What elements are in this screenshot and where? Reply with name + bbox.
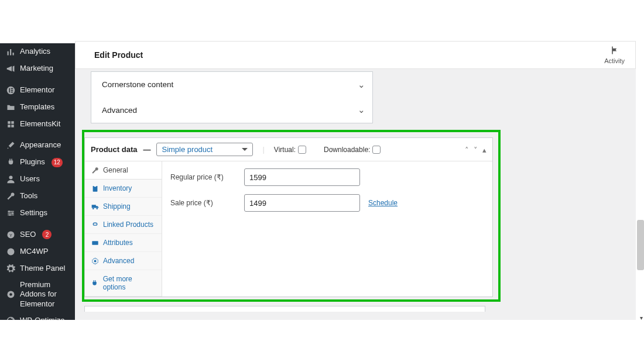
svg-point-8 bbox=[9, 176, 12, 180]
svg-point-10 bbox=[12, 212, 13, 214]
sidebar-item-label: Tools bbox=[20, 191, 37, 201]
next-panel-top bbox=[84, 306, 485, 312]
product-data-highlight: Product data — Simple product | Virtual:… bbox=[82, 130, 501, 302]
separator: — bbox=[143, 145, 150, 154]
scrollbar-down-arrow[interactable]: ▾ bbox=[640, 315, 643, 321]
sidebar-item-label: Elementor bbox=[20, 85, 54, 95]
svg-rect-18 bbox=[93, 185, 97, 191]
tab-label: Shipping bbox=[103, 202, 131, 211]
downloadable-checkbox-wrap[interactable]: Downloadable: bbox=[324, 146, 381, 154]
downloadable-checkbox[interactable] bbox=[372, 146, 381, 154]
tab-label: Inventory bbox=[103, 184, 132, 192]
product-data-header: Product data — Simple product | Virtual:… bbox=[85, 138, 492, 161]
scrollbar-thumb[interactable] bbox=[637, 220, 644, 270]
move-up-icon[interactable]: ˄ bbox=[465, 145, 469, 154]
accordion-advanced[interactable]: Advanced ⌄ bbox=[91, 97, 373, 123]
sidebar-item-label: Users bbox=[20, 174, 40, 184]
sidebar-item-marketing[interactable]: Marketing bbox=[0, 60, 75, 77]
sidebar-item-elementskit[interactable]: ElementsKit bbox=[0, 116, 75, 133]
sidebar-item-label: Premium Addons for Elementor bbox=[20, 280, 70, 310]
tab-inventory[interactable]: Inventory bbox=[85, 180, 162, 198]
sidebar-item-plugins[interactable]: Plugins 12 bbox=[0, 154, 75, 171]
tab-label: Advanced bbox=[103, 257, 134, 265]
tab-get-more-options[interactable]: Get more options bbox=[85, 270, 162, 297]
svg-rect-4 bbox=[9, 88, 10, 92]
virtual-checkbox-wrap[interactable]: Virtual: bbox=[274, 146, 306, 154]
mc4wp-icon bbox=[6, 247, 15, 256]
chevron-down-icon: ⌄ bbox=[358, 80, 365, 90]
svg-rect-7 bbox=[11, 91, 13, 92]
sidebar-item-label: Templates bbox=[20, 102, 54, 112]
tab-label: Get more options bbox=[103, 275, 156, 291]
product-data-panel: Product data — Simple product | Virtual:… bbox=[84, 137, 493, 297]
move-down-icon[interactable]: ˅ bbox=[474, 145, 478, 154]
clipboard-icon bbox=[91, 184, 99, 192]
regular-price-label: Regular price (₹) bbox=[170, 173, 236, 181]
svg-rect-22 bbox=[92, 241, 98, 245]
brush-icon bbox=[6, 141, 15, 150]
accordion-label: Advanced bbox=[102, 106, 137, 115]
sidebar-item-elementor[interactable]: Elementor bbox=[0, 82, 75, 99]
gear-icon bbox=[91, 257, 99, 265]
tab-label: General bbox=[103, 166, 128, 174]
tab-attributes[interactable]: Attributes bbox=[85, 234, 162, 252]
sidebar-item-users[interactable]: Users bbox=[0, 171, 75, 188]
svg-rect-1 bbox=[10, 49, 11, 56]
sidebar-item-label: Theme Panel bbox=[20, 264, 65, 274]
page-title: Edit Product bbox=[94, 50, 143, 60]
megaphone-icon bbox=[6, 64, 15, 73]
svg-point-14 bbox=[7, 248, 14, 255]
product-data-label: Product data bbox=[91, 145, 137, 154]
svg-point-11 bbox=[9, 214, 11, 216]
sidebar-item-templates[interactable]: Templates bbox=[0, 99, 75, 116]
tab-advanced[interactable]: Advanced bbox=[85, 252, 162, 270]
sidebar-item-label: ElementsKit bbox=[20, 119, 60, 129]
sidebar-item-label: SEO bbox=[20, 230, 36, 240]
vertical-separator: | bbox=[262, 145, 264, 154]
user-icon bbox=[6, 175, 15, 184]
plug-icon bbox=[91, 279, 99, 287]
product-type-select[interactable]: Simple product bbox=[156, 143, 253, 156]
downloadable-label: Downloadable: bbox=[324, 146, 370, 154]
tab-linked-products[interactable]: Linked Products bbox=[85, 216, 162, 234]
sidebar-item-settings[interactable]: Settings bbox=[0, 205, 75, 222]
sidebar-item-tools[interactable]: Tools bbox=[0, 188, 75, 205]
panel-toggle-icon[interactable]: ▴ bbox=[482, 145, 487, 154]
schedule-link[interactable]: Schedule bbox=[368, 199, 398, 207]
tab-general[interactable]: General bbox=[85, 161, 162, 180]
product-data-fields: Regular price (₹) Sale price (₹) Schedul… bbox=[162, 161, 492, 297]
seo-badge: 2 bbox=[42, 230, 52, 239]
tab-label: Attributes bbox=[103, 239, 133, 247]
sidebar-item-appearance[interactable]: Appearance bbox=[0, 137, 75, 154]
accordion-label: Cornerstone content bbox=[102, 80, 173, 89]
regular-price-input[interactable] bbox=[244, 168, 360, 186]
sidebar-item-mc4wp[interactable]: MC4WP bbox=[0, 243, 75, 260]
sale-price-input[interactable] bbox=[244, 194, 360, 212]
svg-rect-5 bbox=[11, 88, 13, 89]
sidebar-item-label: Marketing bbox=[20, 64, 53, 74]
sidebar-item-theme-panel[interactable]: Theme Panel bbox=[0, 260, 75, 277]
sidebar-item-label: WP-Optimize bbox=[20, 316, 65, 320]
svg-rect-6 bbox=[11, 89, 13, 91]
accordion-cornerstone[interactable]: Cornerstone content ⌄ bbox=[91, 71, 373, 98]
svg-point-20 bbox=[92, 208, 94, 209]
sidebar-item-label: MC4WP bbox=[20, 247, 48, 257]
tab-shipping[interactable]: Shipping bbox=[85, 198, 162, 216]
svg-point-9 bbox=[8, 211, 10, 212]
sidebar-item-analytics[interactable]: Analytics bbox=[0, 43, 75, 60]
sidebar-item-wp-optimize[interactable]: WP-Optimize bbox=[0, 312, 75, 320]
sidebar-item-seo[interactable]: Y SEO 2 bbox=[0, 226, 75, 243]
activity-button[interactable]: Activity bbox=[604, 46, 625, 64]
premium-addons-icon bbox=[6, 290, 15, 299]
plug-icon bbox=[6, 158, 15, 167]
svg-rect-2 bbox=[12, 53, 13, 56]
chevron-down-icon: ⌄ bbox=[358, 105, 365, 115]
admin-sidebar: Analytics Marketing Elementor Templates … bbox=[0, 43, 75, 320]
wrench-icon bbox=[91, 166, 99, 174]
virtual-checkbox[interactable] bbox=[298, 146, 306, 154]
link-icon bbox=[91, 220, 99, 229]
sidebar-item-premium-addons[interactable]: Premium Addons for Elementor bbox=[0, 277, 75, 313]
optimize-icon bbox=[6, 316, 15, 320]
svg-rect-0 bbox=[7, 51, 8, 56]
wrench-icon bbox=[6, 192, 15, 201]
